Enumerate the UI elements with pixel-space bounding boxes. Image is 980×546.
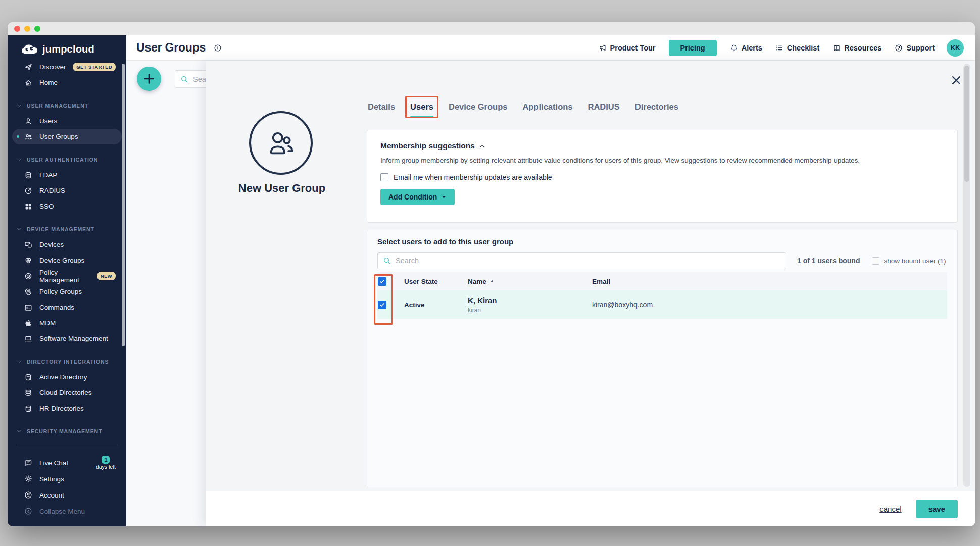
sidebar-section-user-management[interactable]: USER MANAGEMENT [8,97,126,113]
sidebar-section-directory-integrations[interactable]: DIRECTORY INTEGRATIONS [8,354,126,369]
close-icon[interactable] [951,75,962,86]
add-condition-button[interactable]: Add Condition [380,189,455,205]
sidebar-item-label: Commands [39,304,74,311]
header-action-alerts[interactable]: Alerts [730,44,762,52]
sidebar-item-users[interactable]: Users [12,113,122,129]
sidebar-item-devices[interactable]: Devices [12,237,122,253]
header-action-resources[interactable]: Resources [832,44,881,52]
sidebar-section-security-management[interactable]: SECURITY MANAGEMENT [8,423,126,439]
cancel-button[interactable]: cancel [879,505,901,513]
sidebar-item-account[interactable]: Account [12,487,122,503]
policy-groups-icon [24,288,32,296]
show-bound-label: show bound user (1) [884,257,946,265]
sidebar-item-discover[interactable]: DiscoverGET STARTED [12,59,122,75]
email-updates-checkbox[interactable]: Email me when membership updates are ava… [380,173,552,181]
sidebar-item-label: Cloud Directories [39,389,92,396]
sidebar-item-hr-directories[interactable]: HR Directories [12,401,122,416]
membership-suggestions-toggle[interactable]: Membership suggestions [380,141,944,151]
sidebar-item-user-groups[interactable]: User Groups [12,129,122,144]
add-user-group-button[interactable] [137,67,161,91]
row-checkbox[interactable] [378,301,386,309]
user-name-link[interactable]: K, Kiran [468,296,497,305]
sidebar-item-label: Settings [39,475,64,483]
sidebar-section-user-authentication[interactable]: USER AUTHENTICATION [8,152,126,167]
user-group-avatar [249,111,313,175]
header-action-checklist[interactable]: Checklist [775,44,819,52]
device-groups-icon [24,257,32,265]
sidebar-section-device-management[interactable]: DEVICE MANAGEMENT [8,221,126,237]
directory-db-icon [24,373,32,381]
column-user-state[interactable]: User State [400,278,468,285]
user-email: kiran@boxyhq.com [592,301,947,309]
sidebar-item-cloud-directories[interactable]: Cloud Directories [12,385,122,401]
tab-radius[interactable]: RADIUS [587,100,619,113]
gear-icon [24,475,32,483]
header-action-product-tour[interactable]: Product Tour [599,44,656,52]
minimize-window-button[interactable] [24,26,30,32]
collapse-icon [24,507,32,515]
sort-asc-icon[interactable] [489,279,495,284]
panel-scrollbar[interactable] [963,64,970,487]
policy-icon [24,272,32,280]
tab-users[interactable]: Users [410,100,433,113]
trial-countdown: 1days left [96,456,116,470]
scrollbar-thumb[interactable] [964,66,969,182]
sidebar-item-radius[interactable]: RADIUS [12,183,122,198]
tab-applications[interactable]: Applications [522,100,572,113]
sidebar-item-commands[interactable]: Commands [12,300,122,315]
sidebar-scrollbar[interactable] [122,64,125,346]
cloud-db-icon [24,389,32,397]
sidebar-item-label: Policy Management [39,269,97,284]
sidebar-item-label: Users [39,117,57,125]
pricing-button[interactable]: Pricing [669,40,717,56]
select-all-checkbox[interactable] [378,277,386,286]
sidebar-item-settings[interactable]: Settings [12,471,122,487]
checkbox-unchecked[interactable] [872,257,879,265]
app-window: jumpcloud DiscoverGET STARTEDHomeUSER MA… [8,22,975,526]
panel-tabs: DetailsUsersDevice GroupsApplicationsRAD… [368,100,678,113]
tab-details[interactable]: Details [368,100,395,113]
info-icon[interactable] [214,44,222,52]
bound-summary: 1 of 1 users bound [797,257,860,265]
membership-description: Inform group membership by setting relev… [380,157,944,164]
sidebar-item-ldap[interactable]: LDAP [12,167,122,183]
save-button[interactable]: save [916,500,958,518]
table-row[interactable]: ActiveK, Kirankirankiran@boxyhq.com [377,290,947,319]
users-search[interactable] [377,252,786,269]
select-users-heading: Select users to add to this user group [377,237,947,246]
sidebar: jumpcloud DiscoverGET STARTEDHomeUSER MA… [8,35,126,526]
sidebar-item-mdm[interactable]: MDM [12,315,122,331]
sidebar-item-active-directory[interactable]: Active Directory [12,369,122,385]
radius-icon [24,187,32,195]
zoom-window-button[interactable] [34,26,40,32]
sidebar-item-collapse-menu[interactable]: Collapse Menu [12,503,122,519]
caret-down-icon [441,194,447,200]
tab-directories[interactable]: Directories [635,100,678,113]
user-state: Active [400,301,468,309]
sidebar-item-device-groups[interactable]: Device Groups [12,253,122,268]
sidebar-item-policy-groups[interactable]: Policy Groups [12,284,122,300]
close-window-button[interactable] [14,26,20,32]
sidebar-item-policy-management[interactable]: Policy ManagementNEW [12,268,122,284]
days-left-badge: 1 [102,456,110,464]
show-bound-checkbox[interactable]: show bound user (1) [872,257,946,265]
column-email[interactable]: Email [592,278,947,285]
column-name[interactable]: Name [468,278,486,285]
cloud-logo-icon [21,43,39,55]
header-action-support[interactable]: Support [895,44,935,52]
sidebar-item-home[interactable]: Home [12,75,122,90]
user-icon [24,117,32,125]
chat-icon [24,459,32,467]
sidebar-item-label: Device Groups [39,257,84,264]
checkbox-unchecked[interactable] [380,173,388,181]
question-icon [895,44,903,52]
megaphone-icon [599,44,607,52]
tab-device-groups[interactable]: Device Groups [449,100,507,113]
users-search-input[interactable] [396,257,780,265]
jumpcloud-logo: jumpcloud [8,35,126,58]
sidebar-item-live-chat[interactable]: Live Chat1days left [12,455,122,471]
user-avatar[interactable]: KK [947,39,964,57]
sidebar-item-sso[interactable]: SSO [12,198,122,214]
sidebar-item-label: RADIUS [39,187,65,194]
sidebar-item-software-management[interactable]: Software Management [12,331,122,346]
